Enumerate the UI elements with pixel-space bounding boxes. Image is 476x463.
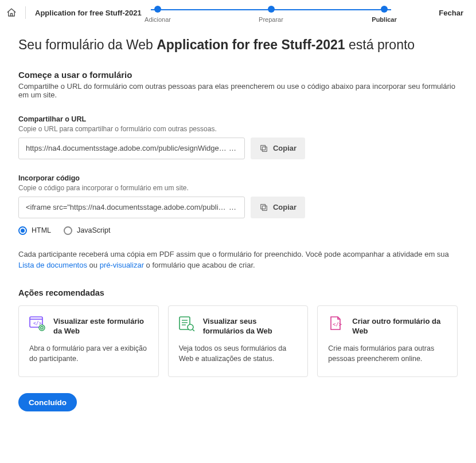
info-paragraph: Cada participante receberá uma cópia em …	[18, 249, 458, 271]
embed-code-input[interactable]: <iframe src="https://na4.documentsstage.…	[18, 197, 245, 218]
page-title: Seu formulário da Web Application for fr…	[18, 37, 458, 54]
preview-link[interactable]: pré-visualizar	[100, 261, 144, 269]
share-url-input[interactable]: https://na4.documentsstage.adobe.com/pub…	[18, 138, 245, 159]
home-button[interactable]	[6, 7, 17, 18]
svg-rect-2	[262, 206, 267, 210]
step-label: Adicionar	[145, 16, 171, 23]
radio-html[interactable]: HTML	[18, 226, 51, 235]
svg-rect-0	[262, 147, 267, 151]
info-text: ou	[87, 261, 100, 269]
radio-label: HTML	[32, 226, 51, 234]
preview-form-icon: </>	[29, 316, 45, 331]
card-title: Visualizar seus formulários da Web	[203, 316, 298, 336]
copy-url-button[interactable]: Copiar	[251, 138, 305, 159]
embed-label: Incorporar código	[18, 174, 458, 182]
header-divider	[25, 6, 26, 19]
page-title-name: Application for free Stuff-2021	[157, 37, 345, 52]
info-text: Cada participante receberá uma cópia em …	[18, 250, 449, 258]
radio-label: JavaScript	[77, 226, 110, 234]
home-icon	[6, 7, 17, 18]
list-forms-icon	[179, 316, 195, 331]
step-prepare[interactable]: Preparar	[254, 6, 288, 23]
page-title-suffix: está pronto	[345, 37, 415, 52]
copy-icon	[259, 144, 268, 153]
card-title: Criar outro formulário da Web	[352, 316, 447, 336]
copy-icon	[259, 203, 268, 212]
copy-embed-button[interactable]: Copiar	[251, 197, 305, 218]
step-add[interactable]: Adicionar	[141, 6, 175, 23]
card-view-all-forms[interactable]: Visualizar seus formulários da Web Veja …	[168, 305, 309, 377]
step-dot-icon	[268, 6, 275, 13]
svg-point-7	[39, 325, 45, 331]
share-url-label: Compartilhar o URL	[18, 115, 458, 123]
document-title: Application for free Stuff-2021	[35, 9, 142, 17]
start-heading: Começe a usar o formulário	[18, 70, 458, 80]
embed-group: Incorporar código Copie o código para in…	[18, 174, 458, 235]
card-title: Visualizar este formulário da Web	[53, 316, 148, 336]
share-url-help: Copie o URL para compartilhar o formulár…	[18, 125, 458, 133]
radio-icon	[18, 226, 27, 235]
svg-line-14	[193, 329, 194, 331]
step-publish[interactable]: Publicar	[367, 6, 401, 23]
embed-help: Copie o código para incorporar o formulá…	[18, 184, 458, 192]
step-dot-icon	[381, 6, 388, 13]
radio-icon	[64, 226, 72, 235]
ellipsis: …	[229, 203, 236, 211]
share-url-group: Compartilhar o URL Copie o URL para comp…	[18, 115, 458, 159]
create-form-icon: </>	[328, 316, 344, 331]
step-dot-icon	[154, 6, 161, 13]
page-title-prefix: Seu formulário da Web	[18, 37, 157, 52]
copy-label: Copiar	[273, 203, 296, 211]
documents-list-link[interactable]: Lista de documentos	[18, 261, 87, 269]
card-desc: Crie mais formulários para outras pessoa…	[328, 343, 447, 364]
ellipsis: …	[229, 144, 236, 152]
close-button[interactable]: Fechar	[439, 9, 463, 17]
start-subtitle: Compartilhe o URL do formulário com outr…	[18, 82, 458, 99]
app-header: Application for free Stuff-2021 Adiciona…	[0, 0, 476, 25]
card-view-this-form[interactable]: </> Visualizar este formulário da Web Ab…	[18, 305, 159, 377]
embed-value: <iframe src="https://na4.documentsstage.…	[26, 203, 227, 211]
card-desc: Veja todos os seus formulários da Web e …	[179, 343, 298, 364]
radio-javascript[interactable]: JavaScript	[64, 226, 110, 235]
svg-rect-3	[261, 205, 266, 209]
recommended-actions-heading: Ações recomendadas	[18, 288, 458, 297]
card-desc: Abra o formulário para ver a exibição do…	[29, 343, 148, 364]
done-button[interactable]: Concluído	[18, 393, 77, 411]
recommended-actions: </> Visualizar este formulário da Web Ab…	[18, 305, 458, 377]
step-label: Preparar	[259, 16, 283, 23]
info-text: o formulário que acabou de criar.	[144, 261, 255, 269]
svg-text:</>: </>	[333, 321, 342, 327]
share-url-value: https://na4.documentsstage.adobe.com/pub…	[26, 144, 227, 152]
copy-label: Copiar	[273, 144, 296, 152]
card-create-form[interactable]: </> Criar outro formulário da Web Crie m…	[317, 305, 458, 377]
progress-stepper: Adicionar Preparar Publicar	[146, 6, 396, 23]
step-label: Publicar	[372, 16, 396, 23]
svg-rect-1	[261, 146, 266, 150]
svg-point-13	[188, 324, 193, 330]
main-content: Seu formulário da Web Application for fr…	[0, 25, 476, 463]
